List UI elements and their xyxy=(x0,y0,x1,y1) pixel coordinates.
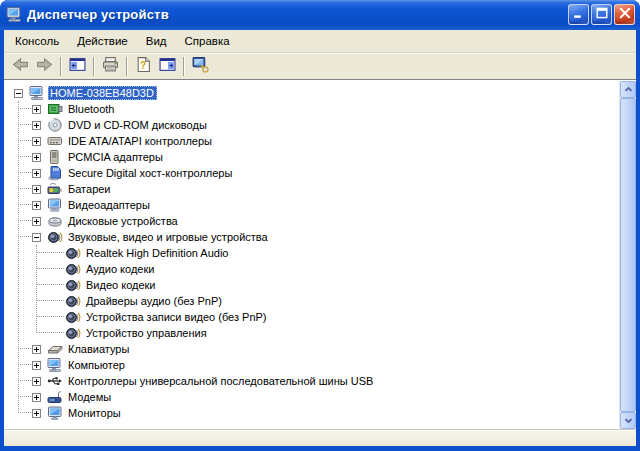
keyboard-icon xyxy=(47,341,63,357)
tree-expander[interactable] xyxy=(32,217,41,226)
tree-item-label[interactable]: Realtek High Definition Audio xyxy=(84,246,231,260)
tree-item-label[interactable]: Аудио кодеки xyxy=(84,262,157,276)
tree-item-label[interactable]: Secure Digital хост-контроллеры xyxy=(66,166,235,180)
tree-item-label[interactable]: Компьютер xyxy=(66,358,128,372)
tree-item[interactable]: Модемы xyxy=(4,389,619,405)
tree-item-label[interactable]: Устройство управления xyxy=(84,326,210,340)
tree-expander xyxy=(50,265,59,274)
tree-item[interactable]: Контроллеры универсальной последовательн… xyxy=(4,373,619,389)
scroll-down-button[interactable] xyxy=(620,412,636,429)
tree-expander[interactable] xyxy=(32,169,41,178)
tree-connector xyxy=(18,204,31,205)
title-bar[interactable]: Диспетчер устройств xyxy=(0,0,640,30)
scroll-up-button[interactable] xyxy=(620,81,636,98)
tree-connector xyxy=(18,188,31,189)
toolbar-back-button[interactable] xyxy=(8,55,32,78)
tree-item-label[interactable]: Видеоадаптеры xyxy=(66,198,153,212)
tree-item[interactable]: PCMCIA адаптеры xyxy=(4,149,619,165)
tree-item-label[interactable]: Устройства записи видео (без PnP) xyxy=(84,310,270,324)
toolbar-show-hide-console-tree-button[interactable] xyxy=(65,55,89,78)
tree-expander[interactable] xyxy=(32,233,41,242)
toolbar-show-hide-action-pane-button[interactable] xyxy=(155,55,179,78)
tree-connector xyxy=(18,108,31,109)
tree-expander[interactable] xyxy=(32,393,41,402)
window-controls xyxy=(568,4,635,25)
tree-item-label[interactable]: Мониторы xyxy=(66,406,124,420)
tree-expander[interactable] xyxy=(32,201,41,210)
toolbar-device-properties-button[interactable] xyxy=(188,55,212,78)
tree-item[interactable]: Видеоадаптеры xyxy=(4,197,619,213)
tree-expander xyxy=(50,329,59,338)
menu-item-help[interactable]: Справка xyxy=(176,31,239,51)
toolbar-separator xyxy=(60,57,61,76)
tree-item[interactable]: Звуковые, видео и игровые устройства xyxy=(4,229,619,245)
tree-item[interactable]: Мониторы xyxy=(4,405,619,421)
cdrom-icon xyxy=(47,117,63,133)
tree-item[interactable]: DVD и CD-ROM дисководы xyxy=(4,117,619,133)
tree-item[interactable]: Компьютер xyxy=(4,357,619,373)
tree-item[interactable]: Устройство управления xyxy=(4,325,619,341)
menu-item-action[interactable]: Действие xyxy=(68,31,137,51)
tree-item-label[interactable]: Bluetooth xyxy=(66,102,117,116)
maximize-icon xyxy=(596,5,608,23)
tree-expander[interactable] xyxy=(32,377,41,386)
tree-expander[interactable] xyxy=(14,89,23,98)
tree-item[interactable]: Драйверы аудио (без PnP) xyxy=(4,293,619,309)
tree-item-label[interactable]: Контроллеры универсальной последовательн… xyxy=(66,374,376,388)
tree-expander xyxy=(50,249,59,258)
tree-item-label[interactable]: Клавиатуры xyxy=(66,342,132,356)
tree-item-label[interactable]: Звуковые, видео и игровые устройства xyxy=(66,230,271,244)
audio-icon xyxy=(65,245,81,261)
monitor-icon xyxy=(47,405,63,421)
tree-connector xyxy=(18,172,31,173)
sd-icon xyxy=(47,165,63,181)
tree-item[interactable]: IDE ATA/ATAPI контроллеры xyxy=(4,133,619,149)
toolbar-help-button[interactable]: ? xyxy=(131,55,155,78)
tree-item[interactable]: Bluetooth xyxy=(4,101,619,117)
tree-expander[interactable] xyxy=(32,409,41,418)
tree-item-label[interactable]: Модемы xyxy=(66,390,114,404)
tree-item-label[interactable]: Драйверы аудио (без PnP) xyxy=(84,294,225,308)
tree-item-label[interactable]: Батареи xyxy=(66,182,114,196)
tree-item[interactable]: Аудио кодеки xyxy=(4,261,619,277)
menu-item-console[interactable]: Консоль xyxy=(6,31,68,51)
tree-item-label[interactable]: DVD и CD-ROM дисководы xyxy=(66,118,210,132)
vertical-scrollbar[interactable] xyxy=(619,81,636,429)
toolbar-separator xyxy=(93,57,94,76)
minimize-button[interactable] xyxy=(568,4,589,25)
tree-item[interactable]: Клавиатуры xyxy=(4,341,619,357)
tree-expander[interactable] xyxy=(32,105,41,114)
tree-item[interactable]: Батареи xyxy=(4,181,619,197)
menu-item-view[interactable]: Вид xyxy=(137,31,176,51)
scrollbar-thumb[interactable] xyxy=(620,98,636,412)
audio-icon xyxy=(65,325,81,341)
tree-expander[interactable] xyxy=(32,345,41,354)
tree-item[interactable]: HOME-038EB48D3D xyxy=(4,85,619,101)
tree-expander[interactable] xyxy=(32,185,41,194)
tree-item[interactable]: Видео кодеки xyxy=(4,277,619,293)
tree-item[interactable]: Realtek High Definition Audio xyxy=(4,245,619,261)
toolbar-print-button[interactable] xyxy=(98,55,122,78)
audio-icon xyxy=(65,293,81,309)
toolbar-forward-button[interactable] xyxy=(32,55,56,78)
tree-connector xyxy=(18,156,31,157)
tree-expander[interactable] xyxy=(32,153,41,162)
tree-item[interactable]: Secure Digital хост-контроллеры xyxy=(4,165,619,181)
tree-item-label[interactable]: Дисковые устройства xyxy=(66,214,181,228)
tree-item-label[interactable]: Видео кодеки xyxy=(84,278,159,292)
tree-item-label[interactable]: IDE ATA/ATAPI контроллеры xyxy=(66,134,215,148)
disk-icon xyxy=(47,213,63,229)
audio-icon xyxy=(65,277,81,293)
tree-item[interactable]: Дисковые устройства xyxy=(4,213,619,229)
close-button[interactable] xyxy=(614,4,635,25)
tree-item[interactable]: Устройства записи видео (без PnP) xyxy=(4,309,619,325)
ide-icon xyxy=(47,133,63,149)
maximize-button[interactable] xyxy=(591,4,612,25)
tree-expander[interactable] xyxy=(32,121,41,130)
tree-expander[interactable] xyxy=(32,361,41,370)
tree-item-label[interactable]: PCMCIA адаптеры xyxy=(66,150,166,164)
modem-icon xyxy=(47,389,63,405)
tree-item-label[interactable]: HOME-038EB48D3D xyxy=(48,86,157,100)
tree-expander[interactable] xyxy=(32,137,41,146)
svg-text:?: ? xyxy=(140,59,146,70)
